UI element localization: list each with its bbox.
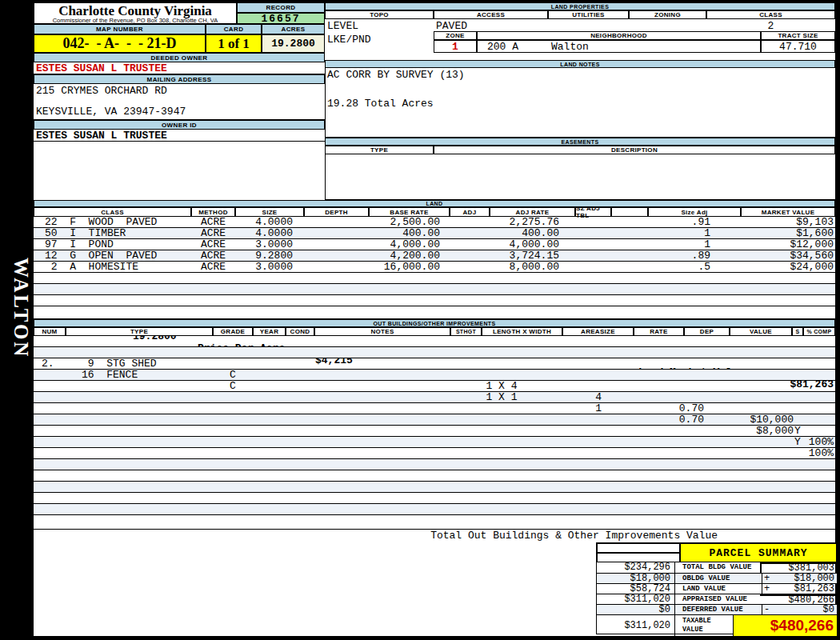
land-cell-class: 97 I POND — [45, 239, 114, 250]
land-cell-size-adj: 1 — [626, 228, 710, 239]
summary-label: TOTAL BLDG VALUE — [682, 562, 751, 573]
zone-value: 1 — [434, 42, 476, 53]
mailing-address-box: 215 CRYMES ORCHARD RD KEYSVILLE, VA 2394… — [34, 84, 325, 120]
out-buildings-header-row: NUM TYPE GRADE YEAR COND NOTES STHGT LEN… — [34, 327, 835, 336]
land-cell-size: 3.0000 — [235, 262, 293, 273]
land-col-blank — [611, 207, 648, 217]
ob-empty-row — [34, 470, 835, 482]
mailing-address-line2: KEYSVILLE, VA 23947-3947 — [36, 106, 186, 118]
ob-empty-row — [34, 381, 835, 392]
ob-empty-row — [34, 403, 835, 414]
neighborhood-watermark: WALTON — [3, 236, 32, 380]
land-cell-adj-rate: 8,000.00 — [466, 262, 559, 273]
ob-col-s: S — [792, 327, 803, 336]
ob-cell-value: $8,000 — [714, 426, 794, 437]
col-zoning: ZONING — [629, 10, 706, 19]
record-value: 16657 — [237, 13, 325, 24]
ob-col-value: VALUE — [730, 327, 792, 336]
ob-cell-type: 9 STG SHED — [82, 358, 157, 370]
neighborhood-name: Walton — [551, 42, 589, 53]
summary-row: $234,296 TOTAL BLDG VALUE $381,003 — [597, 562, 837, 573]
record-card-frame: WALTON Charlotte County Virginia Commiss… — [0, 0, 840, 640]
ob-col-sthgt: STHGT — [450, 327, 482, 336]
summary-row: $18,000 OBLDG VALUE + $18,000 — [597, 573, 837, 583]
land-cell-size: 9.2800 — [235, 250, 293, 262]
land-cell-size-adj: .91 — [626, 217, 710, 228]
land-cell-size-adj: .5 — [626, 262, 710, 273]
land-cell-market-value: $24,000 — [738, 262, 834, 273]
land-cell-base-rate: 4,200.00 — [354, 250, 440, 262]
land-cell-market-value: $1,600 — [738, 228, 834, 239]
land-cell-base-rate: 2,500.00 — [354, 217, 440, 228]
land-row: 50 I TIMBER ACRE 4.0000 400.00 400.00 1 … — [34, 228, 835, 239]
ob-cell-grade: C — [213, 381, 253, 392]
col-topo: TOPO — [325, 10, 434, 19]
deeded-owner-value: ESTES SUSAN L TRUSTEE — [34, 62, 325, 74]
ob-col-notes: NOTES — [314, 327, 450, 336]
land-cell-method: ACRE — [191, 262, 235, 273]
mailing-address-label: MAILING ADDRESS — [34, 74, 325, 84]
ob-col-type: TYPE — [66, 327, 213, 336]
out-building-row: 2. 16 FENCE C 1 X 1 1 0.70 $8,000 Y 100% — [34, 347, 835, 358]
card-value: 1 of 1 — [206, 34, 262, 53]
land-notes-label: LAND NOTES — [325, 60, 835, 68]
taxable-value: $480,266 — [738, 617, 834, 634]
land-cell-method: ACRE — [191, 250, 235, 262]
neighborhood-cell: 200 A Walton — [477, 40, 761, 53]
land-cell-adj-rate: 3,724.15 — [466, 250, 559, 262]
ob-cell-grade: C — [213, 370, 253, 381]
easements-box — [325, 154, 835, 200]
summary-left-value: $234,296 — [597, 562, 675, 573]
topo-value-2: LKE/PND — [327, 34, 371, 46]
land-cell-size-adj: .89 — [626, 250, 710, 262]
col-access: ACCESS — [434, 10, 548, 19]
acres-label: ACRES — [262, 24, 325, 34]
land-properties-panel: LAND PROPERTIES TOPO ACCESS UTILITIES ZO… — [325, 2, 835, 200]
col-utilities: UTILITIES — [548, 10, 629, 19]
ob-cell-num: 2. — [42, 358, 54, 370]
land-cell-size: 4.0000 — [235, 228, 293, 239]
ob-cell-comp: 100% — [802, 448, 834, 459]
summary-value: $381,003 — [788, 564, 834, 573]
summary-spacer-cell — [597, 543, 680, 553]
land-cell-class: 12 G OPEN PAVED — [45, 250, 157, 262]
land-cell-size-adj: 1 — [626, 239, 710, 250]
land-cell-base-rate: 16,000.00 — [354, 262, 440, 273]
county-title-box: Charlotte County Virginia Commissioner o… — [34, 2, 237, 24]
ob-cell-value: $10,000 — [714, 414, 794, 426]
col-class: CLASS — [706, 10, 835, 19]
land-empty-row — [34, 273, 835, 284]
out-building-row: 1. 9 STG SHED C 1 X 4 4 0.70 $10,000 Y 1… — [34, 336, 835, 347]
ob-cell-s: Y — [792, 437, 803, 448]
taxable-left-value: $311,020 — [597, 615, 675, 636]
zone-label: ZONE — [434, 31, 477, 40]
tract-size-cell: 47.710 — [761, 40, 835, 53]
access-value: PAVED — [436, 21, 467, 32]
land-empty-row — [34, 295, 835, 306]
map-number-value: 042- - A- - - 21-D — [34, 34, 206, 53]
summary-row: $58,724 LAND VALUE + $81,263 — [597, 583, 837, 594]
easements-col-type: TYPE — [325, 146, 434, 154]
out-buildings-total-row: Total Out Buildings & Other Improvements… — [34, 515, 835, 530]
land-cell-market-value: $12,000 — [738, 239, 834, 250]
land-cell-class: 22 F WOOD PAVED — [45, 217, 157, 228]
ob-cell-lxw: 1 X 1 — [466, 392, 538, 403]
map-number-label: MAP NUMBER — [34, 24, 206, 34]
ob-col-grade: GRADE — [213, 327, 253, 336]
summary-value-cell: $381,003 — [760, 562, 837, 573]
topo-value-1: LEVEL — [327, 21, 358, 32]
ob-empty-row — [34, 448, 835, 459]
land-row: 12 G OPEN PAVED ACRE 9.2800 4,200.00 3,7… — [34, 250, 835, 262]
land-cell-method: ACRE — [191, 228, 235, 239]
land-cell-base-rate: 4,000.00 — [354, 239, 440, 250]
summary-row: $0 DEFERRED VALUE - $0 — [597, 604, 837, 614]
zone-value-cell: 1 — [434, 40, 477, 53]
land-cell-class: 2 A HOMESITE — [45, 262, 138, 273]
ob-cell-type: 16 FENCE — [82, 370, 138, 381]
land-notes-line2: 19.28 Total Acres — [327, 98, 434, 110]
ob-cell-s: Y — [792, 426, 803, 437]
ob-empty-row — [34, 370, 835, 381]
summary-row: $311,020 APPRAISED VALUE $480,266 — [597, 594, 837, 604]
land-notes-box: AC CORR BY SURVEY (13) 19.28 Total Acres — [325, 68, 835, 138]
land-row: 22 F WOOD PAVED ACRE 4.0000 2,500.00 2,2… — [34, 217, 835, 228]
